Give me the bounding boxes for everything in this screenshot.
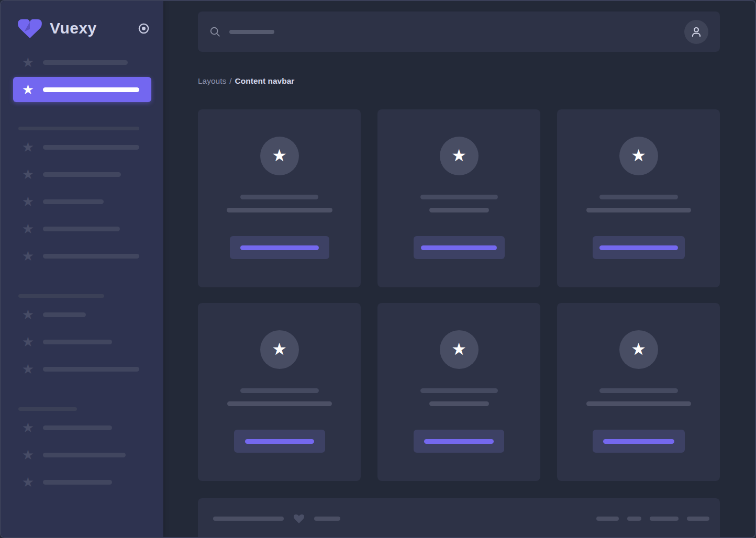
footer-text-placeholder [213, 517, 284, 521]
card-title-placeholder [420, 388, 498, 393]
card-title-placeholder [240, 388, 319, 393]
menu-label-placeholder [43, 312, 86, 317]
breadcrumb-current: Content navbar [235, 76, 295, 85]
skeleton-card: ★ [377, 109, 540, 287]
sidebar-item[interactable]: ★ [1, 161, 163, 188]
menu-label-placeholder [43, 453, 126, 457]
menu-label-placeholder [43, 367, 139, 372]
menu-label-placeholder [43, 227, 120, 231]
card-avatar-circle: ★ [619, 137, 658, 175]
radio-dot-icon [138, 23, 150, 35]
menu-label-placeholder [43, 254, 139, 259]
star-icon: ★ [631, 341, 646, 357]
sidebar-item[interactable]: ★ [1, 414, 163, 441]
star-icon: ★ [21, 249, 35, 263]
menu-section-divider [1, 404, 163, 414]
card-avatar-circle: ★ [619, 330, 658, 369]
card-subtitle-placeholder [586, 208, 691, 212]
sidebar-item[interactable]: ★ [1, 133, 163, 161]
card-subtitle-placeholder [586, 401, 691, 406]
card-subtitle-placeholder [227, 401, 332, 406]
user-icon [690, 25, 703, 39]
star-icon: ★ [21, 475, 35, 489]
sidebar-menu: ★★★★★★★★★★★★★ [1, 49, 163, 496]
star-icon: ★ [21, 421, 35, 434]
sidebar-item[interactable]: ★ [1, 301, 163, 328]
sidebar-item[interactable]: ★ [1, 468, 163, 496]
star-icon: ★ [21, 140, 35, 154]
card-button[interactable] [414, 430, 504, 453]
star-icon: ★ [451, 341, 466, 357]
button-label-placeholder [424, 439, 494, 444]
app-logo-text: Vuexy [50, 19, 97, 37]
breadcrumb-parent[interactable]: Layouts [198, 76, 226, 85]
footer-link-placeholder[interactable] [627, 517, 641, 521]
section-label-placeholder [18, 407, 77, 411]
skeleton-card: ★ [557, 109, 720, 287]
skeleton-card: ★ [198, 109, 361, 287]
sidebar-item[interactable]: ★ [1, 328, 163, 355]
sidebar-header: Vuexy [1, 1, 163, 39]
footer-link-placeholder[interactable] [687, 517, 709, 521]
footer-link-placeholder[interactable] [650, 517, 679, 521]
footer-text-placeholder [314, 517, 340, 521]
sidebar-item[interactable]: ★ [1, 215, 163, 242]
star-icon: ★ [21, 167, 35, 181]
sidebar-item[interactable]: ★ [1, 242, 163, 270]
card-button[interactable] [593, 430, 685, 453]
skeleton-card: ★ [557, 303, 720, 481]
button-label-placeholder [240, 245, 319, 250]
card-subtitle-placeholder [429, 401, 489, 406]
sidebar-item[interactable]: ★ [1, 441, 163, 468]
cards-grid: ★★★★★★ [198, 109, 720, 481]
section-label-placeholder [18, 127, 139, 130]
breadcrumb: Layouts/Content navbar [198, 76, 720, 86]
star-icon: ★ [21, 335, 35, 349]
menu-label-placeholder [43, 60, 128, 65]
card-avatar-circle: ★ [260, 137, 299, 175]
card-button[interactable] [230, 236, 329, 259]
star-icon: ★ [21, 83, 35, 96]
skeleton-card: ★ [377, 303, 540, 481]
menu-label-placeholder [43, 172, 121, 177]
sidebar-item-active[interactable]: ★ [13, 77, 151, 102]
menu-label-placeholder [43, 480, 112, 485]
card-avatar-circle: ★ [440, 330, 479, 369]
button-label-placeholder [245, 439, 314, 444]
menu-label-placeholder [43, 145, 139, 150]
skeleton-card: ★ [198, 303, 361, 481]
card-subtitle-placeholder [227, 208, 332, 212]
card-title-placeholder [599, 388, 678, 393]
page-footer [198, 498, 720, 538]
card-avatar-circle: ★ [440, 137, 479, 175]
footer-links [596, 517, 709, 521]
star-icon: ★ [21, 222, 35, 236]
footer-link-placeholder[interactable] [596, 517, 619, 521]
star-icon: ★ [21, 362, 35, 376]
menu-section-divider [1, 290, 163, 301]
breadcrumb-separator: / [229, 76, 231, 85]
top-navbar [198, 12, 720, 52]
star-icon: ★ [631, 147, 646, 164]
star-icon: ★ [21, 55, 35, 69]
sidebar-item[interactable]: ★ [1, 188, 163, 215]
menu-section-divider [1, 123, 163, 133]
button-label-placeholder [421, 245, 497, 250]
menu-label-placeholder [43, 425, 112, 430]
card-button[interactable] [593, 236, 685, 259]
menu-pin-toggle[interactable] [137, 22, 150, 35]
sidebar-item[interactable]: ★ [1, 355, 163, 383]
card-button[interactable] [414, 236, 505, 259]
card-title-placeholder [599, 195, 678, 199]
card-title-placeholder [420, 195, 498, 199]
star-icon: ★ [21, 195, 35, 208]
card-title-placeholder [240, 195, 318, 199]
user-avatar[interactable] [684, 20, 708, 44]
sidebar: Vuexy ★★★★★★★★★★★★★ [1, 1, 163, 537]
menu-label-placeholder [43, 340, 112, 344]
button-label-placeholder [603, 439, 674, 444]
heart-icon [293, 512, 305, 525]
search-input[interactable] [209, 26, 684, 38]
sidebar-item[interactable]: ★ [1, 49, 163, 76]
card-button[interactable] [234, 430, 325, 453]
